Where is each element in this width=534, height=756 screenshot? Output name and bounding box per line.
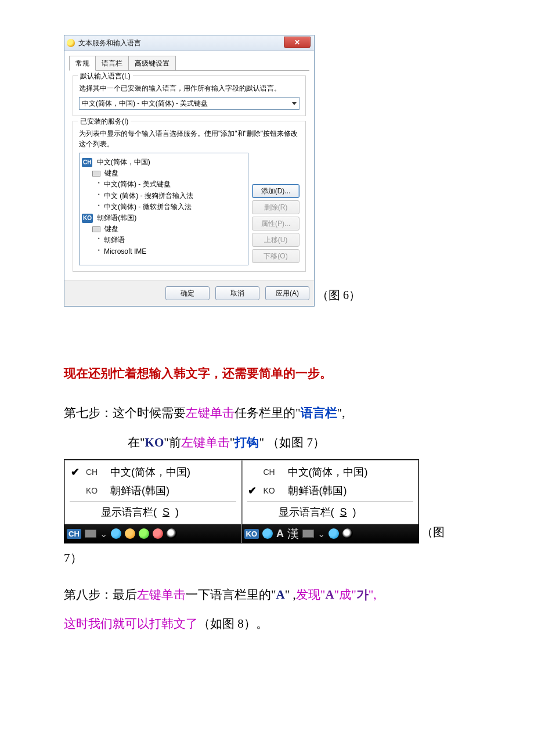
dialog-title: 文本服务和输入语言 [78, 38, 141, 48]
tab-general[interactable]: 常规 [69, 56, 96, 71]
tab-advanced[interactable]: 高级键设置 [128, 56, 176, 70]
keyboard-icon[interactable] [85, 530, 96, 538]
remove-button[interactable]: 删除(R) [252, 200, 300, 214]
tray-app-icon[interactable] [153, 528, 163, 539]
figure-label-cont: 7） [64, 543, 470, 573]
show-langbar-item[interactable]: 显示语言栏(S) [243, 503, 418, 521]
lang-menu-item[interactable]: ✔ KO 朝鲜语(韩国) [243, 481, 418, 500]
tree-item[interactable]: Microsoft IME [104, 246, 246, 257]
tree-keyboard-node[interactable]: 键盘 [82, 168, 246, 179]
apply-button[interactable]: 应用(A) [265, 286, 309, 300]
tree-item[interactable]: 朝鲜语 [104, 235, 246, 246]
lang-menu-item[interactable]: CH 中文(简体，中国) [243, 463, 418, 481]
lang-indicator[interactable]: CH [67, 529, 81, 539]
properties-button[interactable]: 属性(P)... [252, 217, 300, 231]
group-desc: 选择其中一个已安装的输入语言，用作所有输入字段的默认语言。 [79, 83, 300, 93]
services-tree[interactable]: CH 中文(简体，中国) 键盘 中文(简体) - 美式键盘 中文 (简体) - … [79, 153, 248, 265]
figure-7: ✔ CH 中文(简体，中国) KO 朝鲜语(韩国) 显示语言栏(S) [64, 459, 419, 543]
tray-app-icon[interactable] [111, 528, 121, 539]
text-services-dialog: 文本服务和输入语言 ✕ 常规 语言栏 高级键设置 默认输入语言(L) 选择其中一… [64, 35, 315, 307]
default-language-group: 默认输入语言(L) 选择其中一个已安装的输入语言，用作所有输入字段的默认语言。 … [73, 75, 306, 116]
lang-badge: CH [82, 158, 92, 167]
lang-menu-item[interactable]: ✔ CH 中文(简体，中国) [65, 463, 241, 481]
group-legend: 默认输入语言(L) [78, 71, 133, 81]
globe-icon [67, 39, 75, 47]
add-button[interactable]: 添加(D)... [252, 184, 300, 198]
language-menu-right: CH 中文(简体，中国) ✔ KO 朝鲜语(韩国) 显示语言栏(S) [242, 460, 419, 524]
tab-langbar[interactable]: 语言栏 [95, 56, 129, 70]
tray-app-icon[interactable] [167, 528, 177, 539]
tray-app-icon[interactable] [342, 528, 353, 539]
tray-caret-icon[interactable]: ⌄ [100, 528, 107, 539]
move-up-button[interactable]: 上移(U) [252, 233, 300, 247]
tabs: 常规 语言栏 高级键设置 [69, 56, 309, 71]
check-icon: ✔ [70, 466, 80, 478]
figure-label: （图 6） [317, 287, 360, 307]
keyboard-icon [92, 171, 100, 177]
menu-separator [247, 501, 414, 502]
ime-han-icon[interactable]: 漢 [287, 526, 299, 542]
combo-value: 中文(简体，中国) - 中文(简体) - 美式键盘 [82, 99, 208, 109]
ok-button[interactable]: 确定 [165, 286, 210, 300]
dialog-titlebar[interactable]: 文本服务和输入语言 ✕ [64, 35, 314, 51]
group-legend: 已安装的服务(I) [78, 117, 131, 127]
group-desc: 为列表中显示的每个输入语言选择服务。使用"添加"和"删除"按钮来修改这个列表。 [79, 128, 300, 149]
tree-item[interactable]: 中文 (简体) - 搜狗拼音输入法 [104, 190, 246, 201]
taskbar-left: CH ⌄ [64, 524, 241, 543]
step7-line2: 在"KO"前左键单击"打钩" （如图 7） [64, 428, 470, 457]
tray-app-icon[interactable] [262, 528, 273, 539]
cancel-button[interactable]: 取消 [215, 286, 259, 300]
show-langbar-item[interactable]: 显示语言栏(S) [65, 503, 241, 521]
lang-indicator[interactable]: KO [244, 529, 259, 539]
tray-app-icon[interactable] [329, 528, 339, 539]
keyboard-icon [92, 226, 100, 232]
tray-caret-icon[interactable]: ⌄ [317, 528, 325, 539]
step8-line1: 第八步：最后左键单击一下语言栏里的"A" ,发现"A"成"가", [64, 580, 470, 609]
step8-line2: 这时我们就可以打韩文了（如图 8）。 [64, 609, 470, 638]
installed-services-group: 已安装的服务(I) 为列表中显示的每个输入语言选择服务。使用"添加"和"删除"按… [73, 121, 306, 272]
tree-item[interactable]: 中文(简体) - 微软拼音输入法 [104, 201, 246, 213]
tree-lang-node[interactable]: CH 中文(简体，中国) [82, 157, 246, 168]
close-button[interactable]: ✕ [284, 37, 311, 48]
keyboard-icon[interactable] [302, 530, 314, 538]
warning-heading: 现在还别忙着想输入韩文字，还需要简单的一步。 [64, 359, 470, 388]
move-down-button[interactable]: 下移(O) [252, 249, 300, 263]
chevron-down-icon [292, 102, 297, 105]
tree-keyboard-node[interactable]: 键盘 [82, 224, 246, 235]
dialog-footer: 确定 取消 应用(A) [64, 280, 314, 306]
tree-lang-node[interactable]: KO 朝鲜语(韩国) [82, 213, 246, 224]
default-language-select[interactable]: 中文(简体，中国) - 中文(简体) - 美式键盘 [79, 97, 300, 110]
menu-separator [70, 501, 236, 502]
ime-mode-letter[interactable]: A [276, 528, 284, 540]
figure-label: （图 [421, 524, 445, 543]
step7-line1: 第七步：这个时候需要左键单击任务栏里的"语言栏", [64, 398, 470, 427]
tree-item[interactable]: 中文(简体) - 美式键盘 [104, 179, 246, 190]
check-icon: ✔ [247, 484, 258, 497]
lang-menu-item[interactable]: KO 朝鲜语(韩国) [65, 481, 241, 500]
tray-app-icon[interactable] [139, 528, 149, 539]
tray-app-icon[interactable] [125, 528, 135, 539]
lang-badge: KO [82, 214, 93, 223]
taskbar-right: KO A 漢 ⌄ [242, 524, 419, 543]
language-menu-left: ✔ CH 中文(简体，中国) KO 朝鲜语(韩国) 显示语言栏(S) [64, 460, 241, 524]
close-icon: ✕ [294, 38, 300, 46]
